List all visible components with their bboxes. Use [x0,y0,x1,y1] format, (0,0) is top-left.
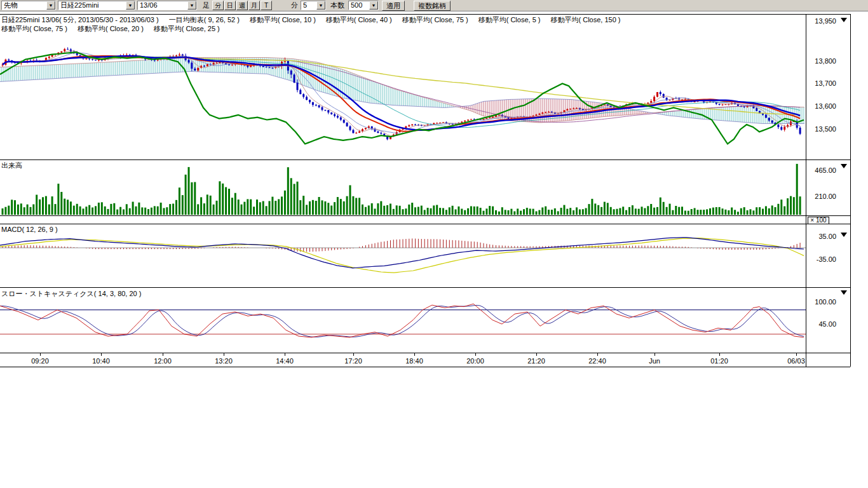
stochastics-pane-label: スロー・ストキャスティクス( 14, 3, 80, 20 ) [1,289,141,299]
volume-axis-label: 465.00 [807,166,836,174]
scroll-down-button[interactable] [841,290,847,295]
indicator-label: 一目均衡表( 9, 26, 52 ) [169,15,240,25]
time-axis-label: 20:00 [466,357,484,365]
indicator-label: 移動平均( Close, 40 ) [326,15,392,25]
indicator-label: 移動平均( Close, 10 ) [250,15,316,25]
macd-axis-label: 35.00 [807,233,836,240]
time-axis-label: 17:20 [344,357,362,365]
symbol-select[interactable]: 日経225mini ▼ [58,1,135,10]
time-axis-label: 12:00 [154,357,172,365]
contract-select-value: 13/06 [138,1,187,10]
chart-title: 日経225mini 13/06( 5分, 2013/05/30 - 2013/0… [1,15,159,25]
time-axis-label: 06/03 [787,357,805,365]
bar-type-buttons: 分日週月T [212,1,272,10]
market-select[interactable]: 先物 ▼ [1,1,56,10]
price-axis-label: 13,500 [807,125,836,133]
scroll-down-button[interactable] [841,18,847,22]
time-axis-label: 18:40 [405,357,423,365]
market-select-value: 先物 [2,1,46,10]
indicator-label: 移動平均( Close, 75 ) [1,24,67,34]
bars-count-select-value: 500 [349,1,369,10]
bar-type-label: 足 [203,1,210,10]
symbol-select-value: 日経225mini [58,1,126,10]
time-axis-label: 10:40 [92,357,110,365]
bars-count-select[interactable]: 500 ▼ [348,1,379,10]
price-axis-label: 13,800 [807,57,836,65]
time-axis-label: Jun [649,357,660,365]
volume-multiplier-badge: × 100 [808,217,829,224]
chevron-down-icon[interactable]: ▼ [46,1,55,10]
price-axis-label: 13,600 [807,102,836,110]
indicator-header-row-1: 日経225mini 13/06( 5分, 2013/05/30 - 2013/0… [1,15,621,25]
chevron-down-icon[interactable]: ▼ [187,1,196,10]
indicator-label: 移動平均( Close, 25 ) [154,24,220,34]
price-axis-label: 13,950 [807,17,836,25]
bar-type-button-3[interactable]: 月 [248,1,260,10]
chevron-down-icon[interactable]: ▼ [316,1,325,10]
bars-count-label: 本数 [330,1,344,10]
stoch-axis-label: 45.00 [807,320,836,328]
main-toolbar: 先物 ▼ 日経225mini ▼ 13/06 ▼ 足 分日週月T 分 5 ▼ 本… [0,0,868,11]
chart-canvas [0,0,868,488]
indicator-label: 移動平均( Close, 150 ) [550,15,620,25]
chevron-down-icon[interactable]: ▼ [369,1,378,10]
time-axis-label: 21:20 [527,357,545,365]
indicator-label: 移動平均( Close, 5 ) [478,15,541,25]
time-axis-label: 22:40 [588,357,606,365]
macd-axis-label: -35.00 [807,255,836,263]
time-axis-label: 09:20 [31,357,49,365]
interval-select[interactable]: 5 ▼ [301,1,326,10]
trading-chart-app: 先物 ▼ 日経225mini ▼ 13/06 ▼ 足 分日週月T 分 5 ▼ 本… [0,0,868,488]
apply-button[interactable]: 適用 [382,1,405,11]
multi-symbol-button[interactable]: 複数銘柄 [414,1,451,11]
macd-pane-label: MACD( 12, 26, 9 ) [1,226,58,233]
scroll-down-button[interactable] [841,233,847,237]
time-axis-label: 13:20 [215,357,233,365]
chevron-down-icon[interactable]: ▼ [126,1,135,10]
bar-type-button-2[interactable]: 週 [236,1,248,10]
volume-axis-label: 210.00 [807,193,836,200]
indicator-header-row-2: 移動平均( Close, 75 )移動平均( Close, 20 )移動平均( … [1,24,220,34]
bar-type-button-0[interactable]: 分 [212,1,224,10]
stoch-axis-label: 100.00 [807,298,836,306]
interval-unit-label: 分 [291,1,298,10]
contract-select[interactable]: 13/06 ▼ [137,1,197,10]
time-axis-label: 14:40 [276,357,294,365]
time-axis-label: 01:20 [710,357,728,365]
indicator-label: 移動平均( Close, 20 ) [78,24,144,34]
bar-type-button-1[interactable]: 日 [224,1,236,10]
scroll-down-button[interactable] [841,164,847,168]
interval-select-value: 5 [301,1,316,10]
bar-type-button-4[interactable]: T [261,1,272,10]
price-axis-label: 13,700 [807,79,836,87]
indicator-label: 移動平均( Close, 75 ) [402,15,468,25]
volume-pane-label: 出来高 [1,161,22,170]
